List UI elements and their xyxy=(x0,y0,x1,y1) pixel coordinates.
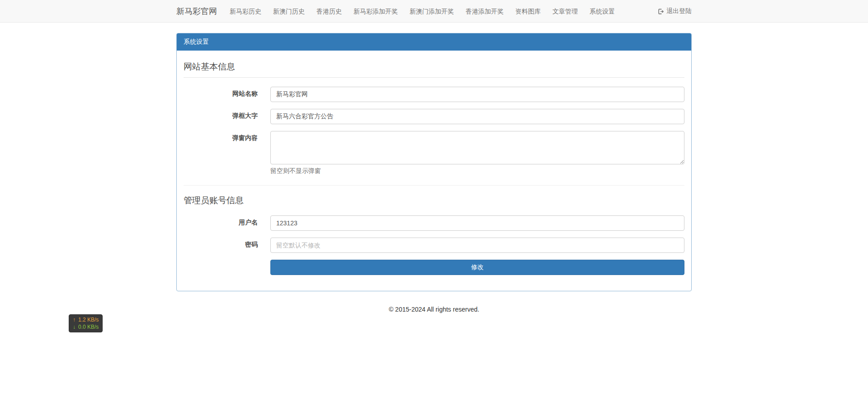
upload-speed-value: 1.2 KB/s xyxy=(78,317,99,323)
nav-item-xinaomen-add-draw[interactable]: 新澳门添加开奖 xyxy=(404,0,460,23)
nav-item-xianggang-history[interactable]: 香港历史 xyxy=(311,0,348,23)
popup-content-textarea[interactable] xyxy=(270,131,684,164)
form-row-site-name: 网站名称 xyxy=(184,87,684,102)
section-heading-site-info: 网站基本信息 xyxy=(184,61,684,78)
brand-title[interactable]: 新马彩官网 xyxy=(176,0,224,23)
popup-title-label: 弹框大字 xyxy=(184,109,270,124)
section-heading-admin-account: 管理员账号信息 xyxy=(184,195,684,206)
password-input[interactable] xyxy=(270,238,684,253)
popup-content-label: 弹窗内容 xyxy=(184,131,270,175)
submit-button[interactable]: 修改 xyxy=(270,260,684,275)
copyright-text: © 2015-2024 All rights reserved. xyxy=(0,306,868,313)
download-arrow-icon: ↓ xyxy=(73,323,78,331)
settings-panel: 系统设置 网站基本信息 网站名称 弹框大字 弹窗内容 留空则不显示弹窗 xyxy=(176,33,692,291)
popup-content-help: 留空则不显示弹窗 xyxy=(270,167,684,175)
submit-spacer xyxy=(184,260,270,275)
download-speed-value: 0.0 KB/s xyxy=(78,324,99,330)
nav-item-article-manage[interactable]: 文章管理 xyxy=(547,0,584,23)
nav-item-data-gallery[interactable]: 资料图库 xyxy=(509,0,547,23)
username-label: 用户名 xyxy=(184,215,270,231)
logout-label: 退出登陆 xyxy=(666,7,692,15)
form-row-username: 用户名 xyxy=(184,215,684,231)
site-name-label: 网站名称 xyxy=(184,87,270,102)
nav-item-xinaomen-history[interactable]: 新澳门历史 xyxy=(267,0,311,23)
form-row-submit: 修改 xyxy=(184,260,684,275)
upload-arrow-icon: ↑ xyxy=(73,316,78,323)
nav-item-xianggang-add-draw[interactable]: 香港添加开奖 xyxy=(460,0,509,23)
site-name-input[interactable] xyxy=(270,87,684,102)
section-divider xyxy=(184,185,684,186)
download-speed-row: ↓0.0 KB/s xyxy=(73,323,99,331)
upload-speed-row: ↑1.2 KB/s xyxy=(73,316,99,323)
form-row-popup-title: 弹框大字 xyxy=(184,109,684,124)
form-row-password: 密码 xyxy=(184,238,684,253)
nav-item-system-settings[interactable]: 系统设置 xyxy=(584,0,621,23)
form-row-popup-content: 弹窗内容 留空则不显示弹窗 xyxy=(184,131,684,175)
nav-item-xinmacai-history[interactable]: 新马彩历史 xyxy=(224,0,267,23)
popup-title-input[interactable] xyxy=(270,109,684,124)
nav-item-xinmacai-add-draw[interactable]: 新马彩添加开奖 xyxy=(348,0,404,23)
top-navbar: 新马彩官网 新马彩历史 新澳门历史 香港历史 新马彩添加开奖 新澳门添加开奖 香… xyxy=(0,0,868,23)
sign-out-icon xyxy=(657,8,664,15)
network-speed-monitor[interactable]: ↑1.2 KB/s ↓0.0 KB/s xyxy=(69,314,103,332)
password-label: 密码 xyxy=(184,238,270,253)
username-input[interactable] xyxy=(270,215,684,231)
panel-title: 系统设置 xyxy=(177,33,691,51)
logout-button[interactable]: 退出登陆 xyxy=(657,7,692,15)
